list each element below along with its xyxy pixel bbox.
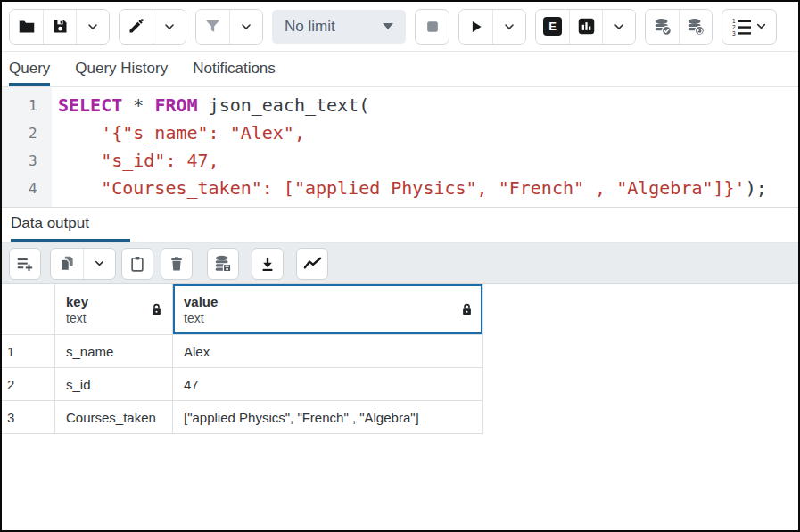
key-cell[interactable]: Courses_taken [55,401,173,434]
copy-icon [58,254,77,273]
file-button-group [9,9,110,45]
line-chart-icon [302,253,323,274]
caret-down-icon [383,23,393,29]
execute-options-dropdown[interactable] [492,10,525,44]
save-data-changes-button[interactable] [207,248,239,280]
add-row-button[interactable] [9,248,41,280]
line-number: 3 [29,147,52,175]
pencil-icon [127,17,145,36]
code-line-4: "Courses_taken": ["applied Physics", "Fr… [58,175,798,202]
value-cell[interactable]: 47 [173,368,483,401]
code-area: SELECT * FROM json_each_text( '{"s_name"… [52,87,798,207]
results-grid-header: key text value text [2,284,483,335]
edit-options-dropdown[interactable] [153,10,186,44]
lock-icon [460,302,474,317]
stop-button[interactable] [415,9,449,45]
svg-text:3: 3 [732,29,736,36]
line-number: 4 [29,175,52,202]
filter-options-dropdown[interactable] [229,10,262,44]
editor-tab-bar: Query Query History Notifications [2,52,798,87]
column-type: text [66,310,88,326]
results-grid: key text value text 1 s_name Alex 2 s_id… [2,284,483,434]
database-save-icon [213,254,233,274]
main-toolbar: No limit E [2,2,798,52]
key-cell[interactable]: s_id [55,368,173,401]
row-number-header[interactable] [2,284,55,335]
database-commit-icon [653,17,672,37]
copy-options-dropdown[interactable] [83,249,115,279]
explain-options-dropdown[interactable] [602,10,635,44]
chevron-down-icon [93,257,106,270]
edit-button[interactable] [120,10,153,44]
folder-icon [17,17,37,37]
explain-analyze-button[interactable] [569,10,602,44]
line-number: 2 [29,119,52,147]
column-header-key[interactable]: key text [55,284,173,335]
explain-button[interactable]: E [536,10,569,44]
download-icon [259,255,276,273]
stop-icon [424,18,441,36]
delete-row-button[interactable] [161,248,193,280]
add-row-icon [15,254,35,274]
value-cell[interactable]: ["applied Physics", "French" , "Algebra"… [173,401,483,434]
transaction-button-group [645,9,713,45]
tab-query-history[interactable]: Query History [75,52,168,86]
tab-query[interactable]: Query [9,52,50,86]
code-line-1: SELECT * FROM json_each_text( [58,92,798,119]
column-name: value [184,293,218,310]
copy-button[interactable] [51,249,83,279]
filter-button-group [195,9,263,45]
chevron-down-icon [239,20,253,34]
value-cell[interactable]: Alex [173,335,483,368]
commit-button[interactable] [646,10,679,44]
row-number-cell[interactable]: 2 [2,368,55,401]
line-number-gutter: 1 2 3 4 5 [2,87,52,207]
macro-button[interactable]: 123 [722,9,777,45]
tab-data-output[interactable]: Data output [11,208,130,242]
rollback-button[interactable] [679,10,712,44]
results-toolbar [2,243,798,284]
table-row: 2 s_id 47 [2,368,483,401]
row-number-cell[interactable]: 1 [2,335,55,368]
save-options-dropdown[interactable] [76,10,109,44]
code-line-2: '{"s_name": "Alex", [58,119,798,147]
code-line-3: "s_id": 47, [58,147,798,175]
lock-icon [150,302,163,317]
open-file-button[interactable] [10,10,43,44]
numbered-list-icon: 123 [731,16,753,37]
execute-button[interactable] [459,10,492,44]
explain-icon: E [543,17,562,36]
chevron-down-icon [86,20,100,34]
table-row: 3 Courses_taken ["applied Physics", "Fre… [2,401,483,434]
explain-analyze-icon [577,17,596,36]
copy-button-group [50,248,116,280]
query-tool-window: No limit E [0,0,800,532]
line-number: 1 [29,92,52,119]
paste-button[interactable] [121,248,153,280]
execute-button-group [458,9,526,45]
row-number-cell[interactable]: 3 [2,401,55,434]
chevron-down-icon [612,20,626,34]
save-icon [51,17,70,36]
output-tab-bar: Data output [2,208,798,243]
edit-button-group [119,9,186,45]
explain-button-group: E [535,9,636,45]
table-row: 1 s_name Alex [2,335,483,368]
save-file-button[interactable] [43,10,76,44]
row-limit-select[interactable]: No limit [272,10,406,44]
graph-visualiser-button[interactable] [296,248,328,280]
tab-notifications[interactable]: Notifications [193,52,276,86]
sql-editor[interactable]: 1 2 3 4 5 SELECT * FROM json_each_text( … [2,87,798,208]
column-header-value[interactable]: value text [173,284,483,335]
chevron-down-icon [162,20,177,34]
filter-button[interactable] [196,10,229,44]
trash-icon [168,255,186,273]
column-type: text [184,310,218,326]
row-limit-value: No limit [285,18,335,36]
column-name: key [66,293,88,310]
clipboard-icon [128,255,146,273]
download-results-button[interactable] [252,248,284,280]
key-cell[interactable]: s_name [55,335,173,368]
database-rollback-icon [686,17,705,37]
play-icon [468,19,484,35]
